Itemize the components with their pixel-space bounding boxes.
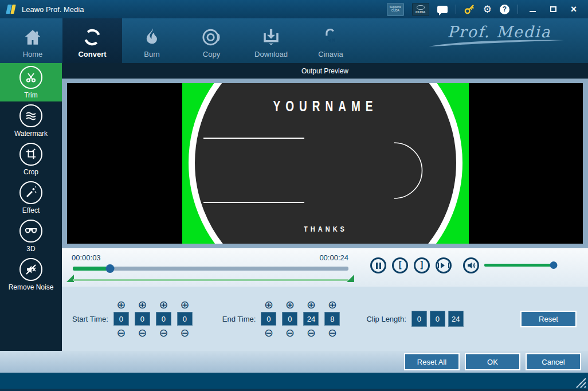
tab-burn[interactable]: Burn — [122, 18, 182, 63]
output-preview-header: Output Preview — [62, 63, 588, 79]
maximize-button[interactable] — [547, 4, 559, 14]
tab-download[interactable]: Download — [241, 18, 301, 63]
increment-button[interactable]: ⊕ — [264, 300, 273, 310]
decrement-button[interactable]: ⊖ — [307, 328, 316, 338]
play-section-button[interactable] — [436, 257, 452, 273]
sidebar-item-effect[interactable]: Effect — [0, 178, 62, 217]
tab-home[interactable]: Home — [3, 18, 62, 63]
elapsed-time: 00:00:03 — [72, 253, 101, 262]
convert-icon — [83, 28, 102, 47]
end-time-spinners: ⊕0⊖ ⊕0⊖ ⊕24⊖ ⊕8⊖ — [261, 300, 340, 338]
brand-text: Prof. Media — [447, 23, 551, 41]
tab-cinavia[interactable]: Cinavia — [301, 18, 360, 63]
set-start-bracket-button[interactable]: [ — [392, 257, 408, 273]
output-preview-title: Output Preview — [301, 67, 348, 75]
home-icon — [23, 28, 42, 47]
start-time-field[interactable]: 0 — [135, 312, 150, 326]
increment-button[interactable]: ⊕ — [116, 300, 126, 310]
download-icon — [261, 28, 281, 47]
video-content: YOURNAME THANKS — [182, 83, 469, 244]
end-time-field[interactable]: 0 — [282, 312, 297, 326]
watermark-waves-icon — [24, 109, 38, 123]
clip-length-label: Clip Length: — [366, 315, 406, 323]
titlebar-separator — [456, 5, 456, 14]
start-time-field[interactable]: 0 — [177, 312, 193, 326]
pause-button[interactable] — [370, 257, 386, 273]
register-key-icon[interactable] — [464, 4, 475, 15]
sidebar-item-watermark[interactable]: Watermark — [0, 101, 62, 140]
copy-disc-icon — [202, 28, 221, 47]
set-end-bracket-button[interactable]: ] — [414, 257, 430, 273]
app-logo-icon — [6, 4, 17, 14]
tab-convert[interactable]: Convert — [62, 18, 122, 63]
video-preview-screen[interactable]: YOURNAME THANKS — [67, 83, 583, 244]
video-overlay-title: YOURNAME — [182, 98, 469, 115]
total-duration: 00:00:24 — [303, 253, 348, 262]
end-time-field[interactable]: 24 — [303, 312, 319, 326]
sidebar-item-3d[interactable]: 3D — [0, 217, 62, 255]
decrement-button[interactable]: ⊖ — [285, 328, 295, 338]
decrement-button[interactable]: ⊖ — [138, 328, 147, 338]
tab-copy[interactable]: Copy — [182, 18, 241, 63]
video-overlay-line — [203, 138, 304, 139]
status-footer — [0, 373, 588, 391]
increment-button[interactable]: ⊕ — [159, 300, 168, 310]
progress-thumb[interactable] — [105, 264, 114, 273]
clip-length-field: 0 — [411, 311, 427, 327]
increment-button[interactable]: ⊕ — [180, 300, 189, 310]
progress-slider[interactable] — [73, 267, 348, 271]
crop-icon — [25, 148, 37, 160]
window-title: Leawo Prof. Media — [22, 5, 84, 14]
decrement-button[interactable]: ⊖ — [116, 328, 126, 338]
sidebar-item-remove-noise[interactable]: Remove Noise — [0, 255, 62, 294]
resize-grip[interactable] — [575, 377, 586, 388]
ok-button[interactable]: OK — [465, 353, 520, 370]
decrement-button[interactable]: ⊖ — [180, 328, 189, 338]
increment-button[interactable]: ⊕ — [138, 300, 147, 310]
volume-thumb[interactable] — [550, 261, 558, 269]
reset-all-button[interactable]: Reset All — [404, 353, 460, 370]
clip-length-field: 0 — [430, 311, 445, 327]
nvidia-supports-cuda-badge: Supports CUDA — [387, 3, 404, 16]
close-button[interactable]: × — [567, 4, 580, 14]
titlebar-separator — [518, 5, 518, 14]
tool-sidebar: Trim Watermark Crop Effect 3D — [0, 63, 62, 351]
clip-length-fields: 0 0 24 — [411, 311, 464, 327]
increment-button[interactable]: ⊕ — [307, 300, 316, 310]
video-overlay-footer: THANKS — [182, 225, 469, 233]
cancel-button[interactable]: Cancel — [526, 353, 581, 370]
settings-gear-icon[interactable]: ⚙ — [483, 5, 492, 14]
brand-logo: Prof. Media — [428, 23, 571, 48]
decrement-button[interactable]: ⊖ — [159, 328, 168, 338]
end-time-field[interactable]: 8 — [324, 312, 340, 326]
increment-button[interactable]: ⊕ — [285, 300, 295, 310]
trim-end-handle[interactable] — [347, 275, 354, 282]
sidebar-item-crop[interactable]: Crop — [0, 140, 62, 178]
trim-scissors-icon — [25, 71, 37, 84]
reset-button[interactable]: Reset — [520, 311, 577, 327]
help-icon[interactable]: ? — [500, 5, 509, 14]
decrement-button[interactable]: ⊖ — [264, 328, 273, 338]
start-time-field[interactable]: 0 — [113, 312, 129, 326]
title-bar: Leawo Prof. Media Supports CUDA CUDA ⚙ ?… — [0, 0, 588, 18]
end-time-label: End Time: — [222, 315, 256, 323]
action-bar: Reset All OK Cancel — [0, 351, 588, 373]
decrement-button[interactable]: ⊖ — [328, 328, 337, 338]
sidebar-item-trim[interactable]: Trim — [0, 63, 62, 101]
minimize-button[interactable] — [526, 4, 539, 14]
effect-wand-icon — [25, 186, 37, 199]
volume-slider[interactable] — [484, 264, 556, 267]
start-time-field[interactable]: 0 — [156, 312, 171, 326]
trim-range-track[interactable] — [73, 279, 348, 281]
increment-button[interactable]: ⊕ — [328, 300, 337, 310]
feedback-icon[interactable] — [437, 6, 448, 13]
burn-flame-icon — [142, 28, 162, 47]
start-time-spinners: ⊕0⊖ ⊕0⊖ ⊕0⊖ ⊕0⊖ — [113, 300, 193, 338]
trim-start-handle[interactable] — [66, 275, 74, 282]
volume-button[interactable] — [463, 257, 479, 273]
nvidia-cuda-badge: CUDA — [412, 3, 429, 16]
video-overlay-arc — [387, 140, 428, 201]
nvidia-eye-icon — [417, 5, 425, 10]
player-bar: 00:00:03 00:00:24 [ ] — [62, 248, 588, 287]
end-time-field[interactable]: 0 — [261, 312, 276, 326]
